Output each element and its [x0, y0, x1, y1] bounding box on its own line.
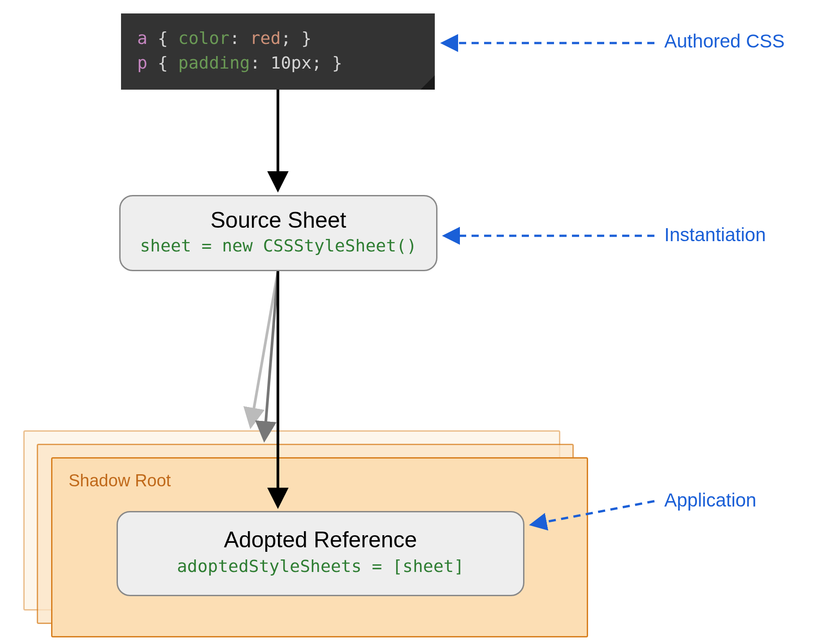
css-brace: }	[301, 28, 312, 48]
annotation-authored-css: Authored CSS	[664, 30, 785, 52]
source-sheet-title: Source Sheet	[121, 207, 436, 233]
annotation-application: Application	[664, 489, 756, 511]
authored-css-code-block: a { color: red; } p { padding: 10px; }	[121, 13, 435, 90]
source-sheet-code: sheet = new CSSStyleSheet()	[121, 236, 436, 256]
adopted-reference-box: Adopted Reference adoptedStyleSheets = […	[117, 511, 524, 596]
adopted-reference-code: adoptedStyleSheets = [sheet]	[118, 556, 523, 576]
arrow-source-to-root-back	[251, 271, 278, 425]
css-semi: ;	[281, 28, 291, 48]
css-value: red	[250, 28, 281, 48]
css-colon: :	[229, 28, 240, 48]
diagram-container: a { color: red; } p { padding: 10px; } S…	[0, 0, 840, 641]
source-sheet-box: Source Sheet sheet = new CSSStyleSheet()	[119, 195, 437, 271]
css-brace: {	[158, 53, 168, 73]
css-colon: :	[250, 53, 260, 73]
code-line-2: p { padding: 10px; }	[137, 51, 419, 75]
annotation-instantiation: Instantiation	[664, 224, 766, 246]
css-selector: p	[137, 53, 147, 73]
css-property: color	[178, 28, 229, 48]
css-semi: ;	[312, 53, 322, 73]
adopted-reference-title: Adopted Reference	[118, 527, 523, 553]
css-brace: {	[158, 28, 168, 48]
css-brace: }	[332, 53, 342, 73]
css-property: padding	[178, 53, 250, 73]
shadow-root-label: Shadow Root	[69, 471, 171, 490]
css-selector: a	[137, 28, 147, 48]
css-value: 10px	[271, 53, 312, 73]
code-line-1: a { color: red; }	[137, 26, 419, 51]
arrow-source-to-root-mid	[264, 271, 278, 438]
